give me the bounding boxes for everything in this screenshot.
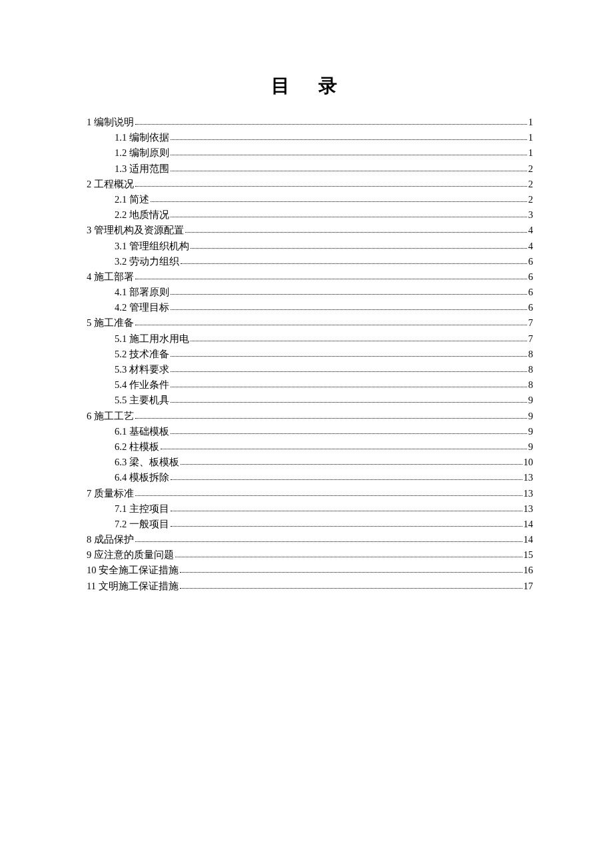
toc-leader-dots bbox=[171, 402, 527, 403]
toc-entry-label: 7.2 一般项目 bbox=[115, 519, 169, 529]
toc-entry-page: 3 bbox=[528, 210, 533, 220]
toc-leader-dots bbox=[135, 279, 527, 279]
toc-entry-page: 1 bbox=[528, 117, 533, 127]
toc-leader-dots bbox=[181, 464, 522, 465]
toc-leader-dots bbox=[180, 572, 522, 573]
toc-entry: 5.5 主要机具9 bbox=[87, 395, 533, 405]
toc-entry: 1.1 编制依据1 bbox=[87, 133, 533, 143]
toc-entry-page: 9 bbox=[528, 442, 533, 452]
toc-entry: 5.3 材料要求8 bbox=[87, 365, 533, 375]
toc-entry-page: 4 bbox=[528, 241, 533, 251]
toc-entry-label: 6.3 梁、板模板 bbox=[115, 457, 179, 467]
toc-leader-dots bbox=[171, 479, 522, 480]
toc-entry: 6.2 柱模板9 bbox=[87, 442, 533, 452]
table-of-contents: 1 编制说明11.1 编制依据11.2 编制原则11.3 适用范围22 工程概况… bbox=[87, 117, 533, 591]
toc-entry-page: 2 bbox=[528, 195, 533, 205]
toc-entry-label: 3.1 管理组织机构 bbox=[115, 241, 189, 251]
toc-entry-label: 5.5 主要机具 bbox=[115, 395, 169, 405]
toc-leader-dots bbox=[181, 263, 527, 264]
toc-entry-label: 5.3 材料要求 bbox=[115, 365, 169, 375]
toc-leader-dots bbox=[135, 495, 522, 496]
toc-entry-page: 4 bbox=[528, 225, 533, 235]
toc-entry: 5.1 施工用水用电7 bbox=[87, 334, 533, 344]
toc-entry-page: 1 bbox=[528, 133, 533, 143]
toc-entry: 4.2 管理目标6 bbox=[87, 303, 533, 313]
toc-entry-page: 14 bbox=[524, 519, 534, 529]
toc-entry-label: 10 安全施工保证措施 bbox=[87, 565, 179, 575]
toc-entry: 4 施工部署6 bbox=[87, 272, 533, 282]
toc-entry: 5.2 技术准备8 bbox=[87, 349, 533, 359]
toc-leader-dots bbox=[135, 418, 527, 419]
toc-entry: 1 编制说明1 bbox=[87, 117, 533, 127]
toc-leader-dots bbox=[151, 201, 527, 202]
toc-entry-label: 8 成品保护 bbox=[87, 535, 134, 545]
toc-leader-dots bbox=[171, 387, 527, 387]
toc-entry: 11 文明施工保证措施17 bbox=[87, 581, 533, 591]
toc-leader-dots bbox=[171, 171, 527, 171]
toc-entry-page: 8 bbox=[528, 380, 533, 390]
toc-entry-page: 9 bbox=[528, 395, 533, 405]
toc-entry-label: 5 施工准备 bbox=[87, 318, 134, 328]
toc-entry-label: 4.2 管理目标 bbox=[115, 303, 169, 313]
toc-entry-label: 2.1 简述 bbox=[115, 195, 149, 205]
toc-entry-page: 6 bbox=[528, 303, 533, 313]
toc-entry: 8 成品保护14 bbox=[87, 535, 533, 545]
toc-entry-label: 6.2 柱模板 bbox=[115, 442, 159, 452]
toc-entry: 6.1 基础模板9 bbox=[87, 427, 533, 437]
toc-entry-label: 9 应注意的质量问题 bbox=[87, 550, 174, 560]
toc-entry-page: 13 bbox=[524, 504, 534, 514]
toc-entry: 5 施工准备7 bbox=[87, 318, 533, 328]
toc-entry-label: 6.1 基础模板 bbox=[115, 427, 169, 437]
toc-leader-dots bbox=[175, 557, 522, 557]
toc-entry: 2.2 地质情况3 bbox=[87, 210, 533, 220]
toc-entry: 9 应注意的质量问题15 bbox=[87, 550, 533, 560]
toc-entry: 4.1 部署原则6 bbox=[87, 287, 533, 297]
toc-leader-dots bbox=[191, 341, 527, 341]
toc-entry-label: 3 管理机构及资源配置 bbox=[87, 225, 184, 235]
toc-entry-label: 1.2 编制原则 bbox=[115, 148, 169, 158]
toc-entry-label: 5.1 施工用水用电 bbox=[115, 334, 189, 344]
page-title: 目 录 bbox=[87, 73, 533, 99]
toc-leader-dots bbox=[135, 325, 527, 325]
toc-entry-page: 14 bbox=[524, 535, 534, 545]
toc-entry-page: 16 bbox=[524, 565, 534, 575]
toc-entry: 2.1 简述2 bbox=[87, 195, 533, 205]
toc-entry: 3.1 管理组织机构4 bbox=[87, 241, 533, 251]
toc-entry-label: 6.4 模板拆除 bbox=[115, 473, 169, 483]
toc-entry-label: 1.1 编制依据 bbox=[115, 133, 169, 143]
toc-leader-dots bbox=[171, 356, 527, 357]
toc-entry-page: 9 bbox=[528, 427, 533, 437]
toc-entry-label: 1 编制说明 bbox=[87, 117, 134, 127]
toc-entry: 1.2 编制原则1 bbox=[87, 148, 533, 158]
toc-entry: 3 管理机构及资源配置4 bbox=[87, 225, 533, 235]
toc-entry-page: 9 bbox=[528, 411, 533, 421]
toc-leader-dots bbox=[185, 232, 527, 233]
toc-entry-page: 1 bbox=[528, 148, 533, 158]
toc-entry-page: 6 bbox=[528, 257, 533, 267]
toc-leader-dots bbox=[135, 541, 522, 542]
toc-leader-dots bbox=[161, 449, 527, 449]
toc-leader-dots bbox=[171, 511, 522, 511]
toc-entry: 7 质量标准13 bbox=[87, 489, 533, 499]
toc-leader-dots bbox=[171, 371, 527, 372]
toc-entry-page: 7 bbox=[528, 318, 533, 328]
toc-entry-page: 8 bbox=[528, 365, 533, 375]
toc-entry-page: 2 bbox=[528, 179, 533, 189]
toc-leader-dots bbox=[171, 139, 527, 140]
toc-entry-page: 13 bbox=[524, 473, 534, 483]
toc-entry: 10 安全施工保证措施16 bbox=[87, 565, 533, 575]
toc-leader-dots bbox=[191, 248, 527, 249]
toc-entry: 5.4 作业条件8 bbox=[87, 380, 533, 390]
toc-entry-page: 2 bbox=[528, 164, 533, 174]
toc-leader-dots bbox=[135, 124, 527, 125]
toc-entry-page: 15 bbox=[524, 550, 534, 560]
toc-entry-page: 6 bbox=[528, 272, 533, 282]
toc-entry-label: 11 文明施工保证措施 bbox=[87, 581, 179, 591]
toc-entry-page: 13 bbox=[524, 489, 534, 499]
toc-entry: 6 施工工艺9 bbox=[87, 411, 533, 421]
toc-entry-label: 4 施工部署 bbox=[87, 272, 134, 282]
toc-leader-dots bbox=[171, 155, 527, 155]
toc-entry-label: 7.1 主控项目 bbox=[115, 504, 169, 514]
toc-entry-label: 2.2 地质情况 bbox=[115, 210, 169, 220]
toc-entry-page: 6 bbox=[528, 287, 533, 297]
